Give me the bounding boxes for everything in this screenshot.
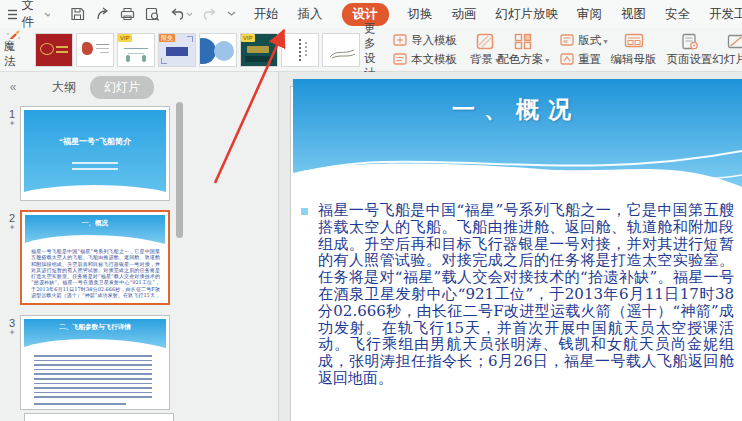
tab-slides[interactable]: 幻灯片: [90, 76, 154, 99]
slide-thumbnail-4-partial[interactable]: [24, 413, 174, 421]
template-art: [245, 56, 273, 62]
tab-start[interactable]: 开始: [254, 6, 279, 23]
template-art: [82, 42, 93, 55]
thumbnail-frame-selected[interactable]: 一、概况 福星一号飞船是中国“福星”号系列飞船之一，它是中国第五艘搭载太空人的飞…: [20, 210, 170, 305]
page-setup-button[interactable]: 页面设置: [667, 30, 713, 69]
template-gallery: VIP 限免 VIP: [31, 30, 364, 69]
thumb-title: 二、飞船参数与飞行详情: [24, 323, 166, 332]
thumb-body-lines: [34, 403, 126, 406]
vip-badge: VIP: [118, 34, 132, 42]
template-art: [56, 46, 68, 48]
color-scheme-button[interactable]: 配色方案 ▾: [499, 30, 547, 69]
slide-number: 1 ✦: [4, 106, 20, 128]
template-io-group: 导入模板 本文模板: [390, 30, 460, 69]
background-button[interactable]: 背景 ▾: [470, 30, 499, 69]
quick-access-toolbar: [70, 7, 236, 21]
vip-badge: VIP: [241, 34, 255, 42]
slide-title[interactable]: 一、概况: [290, 94, 742, 125]
slide-editor: 一、概况 福星一号飞船是中国“福星”号系列飞船之一，它是中国第五艘搭载太空人的飞…: [279, 72, 742, 421]
thumbnail-frame[interactable]: 二、飞船参数与飞行详情: [20, 315, 170, 410]
more-commands-icon[interactable]: [227, 11, 236, 17]
more-designs-button[interactable]: 更多设计: [364, 30, 380, 69]
file-menu[interactable]: 文件: [8, 0, 50, 31]
template-thumb-red[interactable]: [35, 33, 73, 67]
thumbnail-frame[interactable]: “福星一号”飞船简介: [20, 106, 170, 201]
layout-button[interactable]: 版式 ▾: [560, 33, 607, 48]
template-thumb-sketch[interactable]: [322, 33, 360, 67]
template-thumb-free-blue[interactable]: 限免: [158, 33, 196, 67]
print-preview-icon[interactable]: [145, 7, 160, 21]
slide-thumbnail-2[interactable]: 2 ✦ 一、概况 福星一号飞船是中国“福星”号系列飞船之一，它是中国第五艘搭载太…: [4, 210, 170, 305]
magic-button[interactable]: 魔法: [4, 30, 21, 69]
template-art: [124, 48, 148, 50]
template-art: [142, 55, 146, 62]
tab-view[interactable]: 视图: [621, 6, 646, 23]
hamburger-icon: [8, 9, 17, 20]
tab-security[interactable]: 安全: [665, 6, 690, 23]
slide-thumbnail-1[interactable]: 1 ✦ “福星一号”飞船简介: [4, 106, 170, 201]
tab-outline[interactable]: 大纲: [52, 79, 76, 96]
work-area: « 大纲 幻灯片 1 ✦ “福星一号”飞船简介: [0, 72, 742, 421]
layout-label: 版式 ▾: [578, 33, 607, 48]
edit-master-icon: [624, 33, 644, 50]
color-scheme-label: 配色方案 ▾: [497, 52, 549, 67]
template-thumb-red-art[interactable]: [76, 33, 114, 67]
template-art: [305, 42, 307, 58]
slide-size-button[interactable]: 幻灯片大: [713, 30, 742, 69]
tab-animation[interactable]: 动画: [452, 6, 477, 23]
slide-thumbnail-3[interactable]: 3 ✦ 二、飞船参数与飞行详情: [4, 315, 170, 410]
reset-button[interactable]: 重置: [560, 52, 607, 67]
doc-template-icon: [393, 53, 407, 65]
tab-slideshow[interactable]: 幻灯片放映: [496, 6, 559, 23]
page-setup-icon: [681, 33, 699, 50]
template-art: [96, 48, 109, 50]
template-art: [328, 45, 356, 61]
collapse-panel-button[interactable]: «: [0, 80, 26, 94]
import-template-button[interactable]: 导入模板: [393, 33, 457, 48]
slide-body-text: 福星一号飞船是中国“福星”号系列飞船之一，它是中国第五艘搭载太空人的飞船。飞船由…: [318, 202, 734, 387]
template-thumb-circles[interactable]: [199, 33, 237, 67]
export-icon[interactable]: [95, 7, 110, 21]
thumb-art: [24, 110, 166, 197]
tab-devtools[interactable]: 开发工具: [709, 6, 742, 23]
template-art: [187, 36, 193, 42]
slide-panel: « 大纲 幻灯片 1 ✦ “福星一号”飞船简介: [0, 72, 279, 421]
redo-icon[interactable]: [203, 8, 217, 21]
slide-header-graphic: 一、概况: [290, 79, 742, 195]
template-art: [128, 53, 144, 55]
doc-template-label: 本文模板: [411, 52, 457, 67]
print-icon[interactable]: [120, 7, 135, 21]
tab-review[interactable]: 审阅: [577, 6, 602, 23]
background-label: 背景 ▾: [470, 52, 499, 67]
slide-body-placeholder[interactable]: 福星一号飞船是中国“福星”号系列飞船之一，它是中国第五艘搭载太空人的飞船。飞船由…: [301, 202, 734, 387]
template-thumb-vertical-text[interactable]: [281, 33, 319, 67]
template-art: [96, 44, 109, 46]
thumb-subtitle-line: [72, 168, 117, 170]
panel-scrollbar[interactable]: [176, 102, 183, 238]
edit-master-button[interactable]: 编辑母版: [611, 30, 657, 69]
doc-template-button[interactable]: 本文模板: [393, 52, 457, 67]
undo-dropdown-icon[interactable]: [186, 12, 193, 17]
slide-number: 2 ✦: [4, 210, 20, 232]
thumb-body-text: 福星一号飞船是中国“福星”号系列飞船之一，它是中国第五艘搭载太空人的飞船。飞船由…: [31, 248, 160, 298]
animation-star-icon: ✦: [4, 224, 20, 232]
template-thumb-vip-white[interactable]: VIP: [117, 33, 155, 67]
slide-number: 3 ✦: [4, 315, 20, 337]
import-template-label: 导入模板: [411, 33, 457, 48]
slide-size-label: 幻灯片大: [713, 52, 742, 67]
thumb-title: “福星一号”飞船简介: [24, 136, 166, 147]
template-art: [40, 43, 54, 55]
template-art: [247, 46, 269, 53]
layout-reset-group: 版式 ▾ 重置: [557, 30, 610, 69]
undo-icon[interactable]: [170, 8, 184, 21]
tab-insert[interactable]: 插入: [298, 6, 323, 23]
thumb-body-lines: [34, 355, 152, 399]
magic-wand-icon: [4, 30, 21, 39]
template-art: [126, 55, 130, 62]
thumb-title: 一、概况: [25, 219, 165, 228]
template-art: [214, 41, 234, 61]
tab-transition[interactable]: 切换: [408, 6, 433, 23]
save-icon[interactable]: [70, 7, 85, 21]
layout-icon: [560, 34, 574, 46]
template-thumb-vip-teal[interactable]: VIP: [240, 33, 278, 67]
